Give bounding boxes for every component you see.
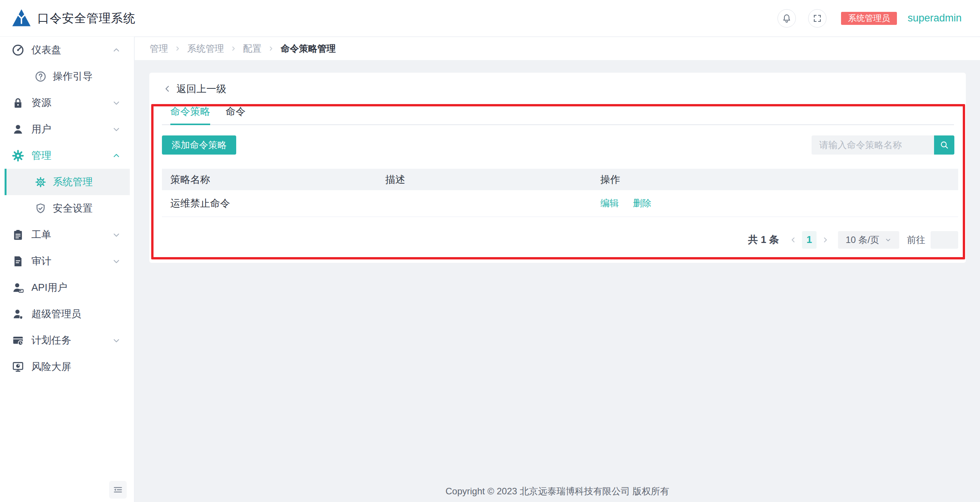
pagination: 共 1 条 1 10 条/页 前往 (149, 231, 958, 249)
search-input[interactable] (812, 135, 934, 155)
sidebar-item-audit[interactable]: 审计 (0, 248, 134, 274)
app-logo-icon (11, 8, 31, 28)
chevron-down-icon (112, 336, 121, 345)
chevron-right-icon (230, 45, 237, 52)
table-row: 运维禁止命令 编辑 删除 (162, 190, 958, 217)
chevron-down-icon (112, 230, 121, 240)
app-title: 口令安全管理系统 (38, 10, 136, 26)
sidebar-item-management[interactable]: 管理 (0, 142, 134, 169)
page-size-select[interactable]: 10 条/页 (838, 231, 899, 249)
chevron-right-icon (822, 236, 829, 244)
breadcrumb-current: 命令策略管理 (281, 42, 336, 55)
breadcrumb: 管理 系统管理 配置 命令策略管理 (135, 37, 980, 60)
sidebar-item-label: 用户 (31, 122, 51, 136)
document-icon (11, 255, 24, 268)
goto-label: 前往 (907, 234, 925, 246)
user-icon (11, 123, 24, 136)
sidebar-item-label: 风险大屏 (31, 360, 71, 373)
breadcrumb-item[interactable]: 系统管理 (187, 42, 224, 55)
lock-icon (11, 96, 24, 109)
chevron-left-icon (163, 84, 172, 93)
tab-command[interactable]: 命令 (225, 105, 245, 124)
fullscreen-icon (813, 14, 822, 23)
sidebar-item-resources[interactable]: 资源 (0, 90, 134, 116)
sidebar-item-label: 工单 (31, 228, 51, 241)
sidebar-item-label: API用户 (31, 281, 67, 294)
gear-icon (11, 149, 24, 162)
fullscreen-button[interactable] (808, 9, 826, 28)
search-button[interactable] (934, 135, 954, 155)
sidebar-item-super-admin[interactable]: 超级管理员 (0, 301, 134, 327)
table-header-row: 策略名称 描述 操作 (162, 169, 958, 190)
column-policy-name: 策略名称 (162, 169, 377, 190)
sidebar-item-users[interactable]: 用户 (0, 116, 134, 142)
role-badge: 系统管理员 (841, 12, 897, 25)
breadcrumb-item[interactable]: 管理 (150, 42, 168, 55)
username-menu[interactable]: superadmin (908, 12, 962, 24)
sidebar-item-operation-guide[interactable]: 操作引导 (0, 63, 134, 90)
sidebar-item-label: 超级管理员 (31, 307, 81, 321)
schedule-icon (11, 334, 24, 347)
sidebar-item-label: 审计 (31, 254, 51, 268)
gear-outline-icon (34, 176, 47, 188)
delete-link[interactable]: 删除 (633, 198, 651, 208)
pagination-next-button[interactable] (818, 231, 833, 249)
sidebar-item-label: 计划任务 (31, 334, 71, 347)
chevron-up-icon (112, 46, 121, 55)
monitor-chart-icon (11, 360, 24, 373)
main-content: 返回上一级 命令策略 命令 添加命令策略 策略名称 (135, 60, 980, 502)
pagination-page-1[interactable]: 1 (802, 231, 817, 249)
toolbar: 添加命令策略 (162, 135, 954, 155)
question-circle-icon (34, 70, 47, 83)
shield-check-icon (34, 202, 47, 215)
chevron-up-icon (112, 151, 121, 160)
clipboard-icon (11, 228, 24, 241)
column-description: 描述 (377, 169, 592, 190)
sidebar-item-risk-dashboard[interactable]: 风险大屏 (0, 354, 134, 380)
chevron-down-icon (112, 98, 121, 108)
bell-icon (782, 13, 792, 23)
chevron-left-icon (789, 236, 797, 244)
breadcrumb-item[interactable]: 配置 (243, 42, 261, 55)
policy-table: 策略名称 描述 操作 运维禁止命令 编辑 删除 (162, 169, 958, 217)
chevron-right-icon (174, 45, 181, 52)
chevron-down-icon (112, 257, 121, 266)
dashboard-icon (11, 44, 24, 57)
admin-user-icon (11, 308, 24, 321)
sidebar-item-system-management[interactable]: 系统管理 (5, 169, 130, 195)
cell-policy-name: 运维禁止命令 (162, 190, 377, 217)
pagination-prev-button[interactable] (786, 231, 800, 249)
chevron-right-icon (268, 45, 274, 52)
back-button[interactable]: 返回上一级 (149, 73, 966, 96)
search-icon (939, 140, 949, 150)
content-card: 返回上一级 命令策略 命令 添加命令策略 策略名称 (149, 73, 966, 263)
edit-link[interactable]: 编辑 (600, 198, 619, 208)
add-command-policy-button[interactable]: 添加命令策略 (162, 135, 236, 155)
tab-bar: 命令策略 命令 (162, 105, 954, 125)
sidebar-item-scheduled-tasks[interactable]: 计划任务 (0, 327, 134, 354)
notification-button[interactable] (777, 9, 796, 28)
tab-command-policy[interactable]: 命令策略 (170, 105, 210, 125)
cell-actions: 编辑 删除 (592, 190, 958, 217)
sidebar-item-label: 系统管理 (53, 175, 93, 189)
sidebar-item-security-settings[interactable]: 安全设置 (0, 195, 134, 222)
back-label: 返回上一级 (176, 82, 226, 96)
goto-page-input[interactable] (931, 231, 958, 249)
sidebar-item-label: 仪表盘 (31, 43, 61, 57)
sidebar-item-label: 安全设置 (53, 202, 93, 215)
chevron-down-icon (112, 125, 121, 134)
app-header: 口令安全管理系统 系统管理员 superadmin (0, 0, 980, 37)
api-user-icon (11, 281, 24, 294)
sidebar-collapse-button[interactable] (109, 481, 127, 499)
sidebar-nav: 仪表盘 操作引导 资源 用户 (0, 37, 134, 502)
page-size-value: 10 条/页 (846, 234, 879, 246)
chevron-down-icon (885, 236, 892, 243)
collapse-menu-icon (113, 484, 123, 495)
cell-description (377, 190, 592, 217)
sidebar-item-api-users[interactable]: API用户 (0, 274, 134, 301)
column-actions: 操作 (592, 169, 958, 190)
sidebar-item-work-orders[interactable]: 工单 (0, 222, 134, 248)
sidebar-item-label: 管理 (31, 149, 51, 162)
sidebar-item-label: 操作引导 (53, 70, 93, 83)
sidebar-item-dashboard[interactable]: 仪表盘 (0, 37, 134, 63)
